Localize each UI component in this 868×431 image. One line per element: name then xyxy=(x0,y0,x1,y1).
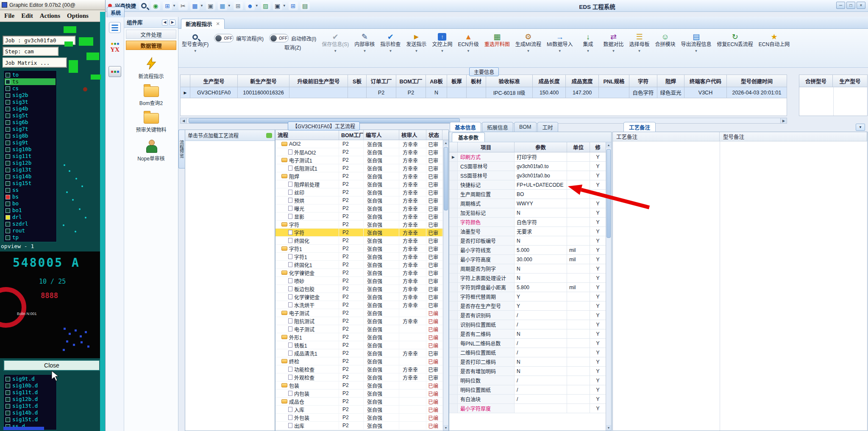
param-row[interactable]: 最小字符线宽5.000milY xyxy=(449,246,611,255)
main-info-header-cell[interactable]: 字符 xyxy=(629,75,657,87)
layer-checkbox[interactable] xyxy=(6,397,10,402)
layer-row[interactable]: tp xyxy=(5,234,56,241)
param-row[interactable]: 生产周期位置BOY xyxy=(449,190,611,199)
param-row[interactable]: 每PNL二维码总数/Y xyxy=(449,339,611,348)
main-info-header-cell[interactable]: BOM工厂 xyxy=(396,75,426,87)
param-row[interactable]: CS面菲林号gv3ch01fa0.toY xyxy=(449,162,611,171)
layer-row[interactable]: sig14b.d xyxy=(5,409,56,416)
tool-person[interactable]: Nope单审核 xyxy=(124,140,178,162)
ribbon-button-指示检查[interactable]: ✔指示检查▼ xyxy=(380,32,401,53)
ribbon-button-修复ECN丢流程[interactable]: ↻修复ECN丢流程 xyxy=(717,32,753,48)
tree-row[interactable]: 化学镍钯金P2张自强方幸幸已审 xyxy=(275,269,448,277)
layer-checkbox[interactable] xyxy=(6,86,10,91)
layer-checkbox[interactable] xyxy=(6,147,10,152)
tab-BOM[interactable]: BOM xyxy=(514,122,536,132)
tree-row[interactable]: 阻抗测试P2张自强方幸幸已编 xyxy=(275,317,448,325)
tool-folder[interactable]: Bom查询2 xyxy=(124,86,178,106)
tree-row[interactable]: 功能检查P2张自强方幸幸已审 xyxy=(275,365,448,373)
tree-row[interactable]: 喷砂P2张自强方幸幸已审 xyxy=(275,277,448,285)
param-row[interactable]: 加无铅标记NY xyxy=(449,208,611,218)
grid-icon[interactable]: ▦ xyxy=(218,2,227,10)
ribbon-button-型号查询(F)[interactable]: 型号查询(F)▼ xyxy=(182,32,209,53)
tree-row[interactable]: 化学镍钯金P2张自强方幸幸已审 xyxy=(275,293,448,301)
dropdown-arrow-icon[interactable]: ▼ xyxy=(638,49,641,53)
layer-row[interactable]: szdrl xyxy=(5,221,56,227)
ribbon-button-ECN升级[interactable]: ▲ECN升级▼ xyxy=(458,32,479,53)
tree-row[interactable]: 入库P2张自强已编 xyxy=(275,406,448,414)
menu-actions[interactable]: Actions xyxy=(40,12,60,19)
scroll-up-icon[interactable]: ▲ xyxy=(443,140,448,146)
layer-checkbox[interactable] xyxy=(6,93,10,98)
layer-row[interactable]: sig14b xyxy=(5,173,56,180)
dropdown-arrow-icon[interactable]: ▼ xyxy=(586,49,590,53)
layer-row[interactable]: sig9t xyxy=(5,139,56,146)
param-value-cell[interactable]: N xyxy=(515,329,567,338)
tree-scrollbar-thumb[interactable] xyxy=(444,147,448,210)
param-row[interactable]: 是否打印二维码NY xyxy=(449,357,611,367)
layer-checkbox[interactable] xyxy=(6,195,10,199)
tree-row[interactable]: 成品清洗1P2张自强方幸幸已审 xyxy=(275,349,448,357)
tree-row[interactable]: 水洗烘干P2张自强方幸幸已审 xyxy=(275,301,448,309)
param-row[interactable]: 字符上表面处理设计NY xyxy=(449,274,611,283)
layer-checkbox[interactable] xyxy=(6,120,10,125)
main-info-header-cell[interactable]: 验收标准 xyxy=(486,75,533,87)
param-scrollbar-thumb[interactable] xyxy=(606,149,611,238)
param-value-cell[interactable]: 30.000 xyxy=(515,255,567,264)
param-header-0[interactable]: 项目 xyxy=(458,142,515,152)
param-value-cell[interactable]: / xyxy=(515,320,567,329)
close-button[interactable]: Close xyxy=(3,360,100,371)
user-icon[interactable]: ☻ xyxy=(245,2,255,10)
main-info-header-cell[interactable]: 阻焊 xyxy=(657,75,684,87)
layer-row[interactable]: sig12b.d xyxy=(5,396,56,403)
panel-prev-icon[interactable]: ◀ xyxy=(162,19,168,25)
maximize-button[interactable]: □ xyxy=(846,2,855,9)
dropdown-arrow-icon[interactable]: ▼ xyxy=(389,49,392,53)
tree-header-3[interactable]: 核审人 xyxy=(399,130,426,140)
tab-process-notes[interactable]: 工艺备注 xyxy=(623,122,656,132)
layer-row[interactable]: cs xyxy=(5,85,56,92)
param-value-cell[interactable]: FP+UL+DATECODE xyxy=(515,180,567,189)
param-value-cell[interactable]: N xyxy=(515,236,567,245)
param-row[interactable]: 最小字符高度30.000milY xyxy=(449,255,611,264)
layer-row[interactable]: sig8b xyxy=(5,133,56,139)
main-info-header-cell[interactable]: AB板 xyxy=(426,75,447,87)
layer-row[interactable]: bo xyxy=(5,200,56,207)
merge-model-header-cell[interactable]: 合拼型号 xyxy=(799,75,833,87)
layer-checkbox[interactable] xyxy=(6,100,10,105)
layer-checkbox[interactable] xyxy=(6,215,10,220)
layer-checkbox[interactable] xyxy=(6,80,10,84)
windows-icon[interactable]: ⊞ xyxy=(289,2,298,10)
dropdown-arrow-icon[interactable]: ▼ xyxy=(558,49,562,53)
param-vscrollbar[interactable]: ▲ ▼ xyxy=(606,142,611,431)
param-row[interactable]: 是否有识别码/Y xyxy=(449,311,611,320)
param-row[interactable]: 字符到焊盘最小距离5.800milY xyxy=(449,283,611,292)
param-row[interactable]: 明码位数/Y xyxy=(449,376,611,385)
param-value-cell[interactable]: / xyxy=(515,311,567,320)
param-row[interactable]: 是否有增加明码NY xyxy=(449,367,611,376)
tree-row[interactable]: 丝印P2张自强方幸幸已审 xyxy=(275,188,448,196)
param-value-cell[interactable]: gv3ch01fa0.bo xyxy=(515,171,567,180)
param-row[interactable]: 周期是否为阴字NY xyxy=(449,264,611,274)
main-info-header-cell[interactable]: 成品宽度 xyxy=(566,75,599,87)
dropdown-arrow-icon[interactable]: ▼ xyxy=(172,4,176,8)
sheet-icon[interactable]: ▦ xyxy=(190,2,200,10)
dropdown-arrow-icon[interactable]: ▼ xyxy=(228,4,231,8)
ribbon-button-数据对比[interactable]: ⇄数据对比▼ xyxy=(603,32,623,53)
layer-checkbox[interactable] xyxy=(6,208,10,213)
globe-icon[interactable]: ◉ xyxy=(151,2,160,10)
dropdown-arrow-icon[interactable]: ▼ xyxy=(255,4,259,8)
off-toggle[interactable]: OFF xyxy=(269,34,289,42)
ribbon-button-生成MI流程[interactable]: ⚙生成MI流程▼ xyxy=(515,32,541,53)
param-value-cell[interactable]: BO xyxy=(515,190,567,199)
layer-row[interactable]: sig9t.d xyxy=(5,376,56,382)
layer-checkbox[interactable] xyxy=(6,222,10,227)
dropdown-arrow-icon[interactable]: ▼ xyxy=(695,49,698,53)
param-row[interactable]: 明码位置图纸/Y xyxy=(449,385,611,395)
layer-checkbox[interactable] xyxy=(6,404,10,409)
tree-row[interactable]: 包装P2张自强已编 xyxy=(275,381,448,390)
ribbon-button-合拼模块[interactable]: ☺合拼模块 xyxy=(655,32,675,48)
tab-拓展信息[interactable]: 拓展信息 xyxy=(482,122,513,132)
menu-options[interactable]: Options xyxy=(67,12,89,19)
scroll-down-icon[interactable]: ▼ xyxy=(443,425,448,431)
dropdown-arrow-icon[interactable]: ▼ xyxy=(612,49,615,53)
